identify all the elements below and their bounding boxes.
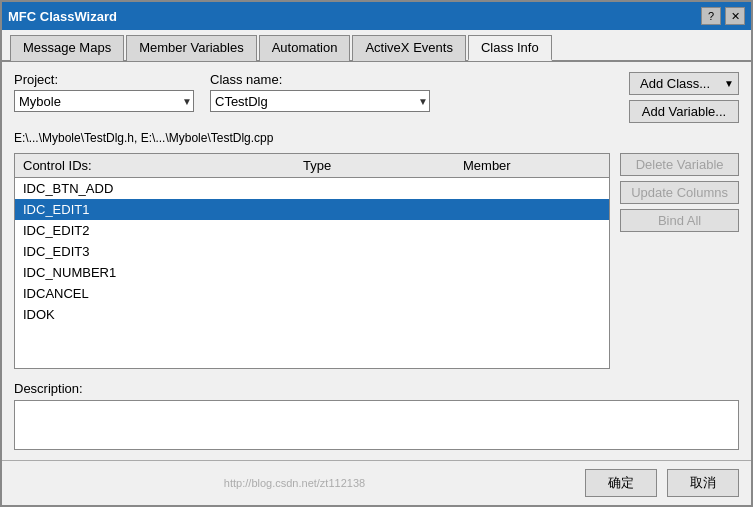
td-member: [455, 284, 609, 303]
watermark: http://blog.csdn.net/zt112138: [14, 477, 575, 489]
table-row[interactable]: IDC_EDIT2: [15, 220, 609, 241]
form-row: Project: Mybole ▼ Class name: CTestDlg ▼: [14, 72, 739, 123]
classname-combo-wrapper: CTestDlg ▼: [210, 90, 430, 112]
add-variable-button[interactable]: Add Variable...: [629, 100, 739, 123]
description-box: [14, 400, 739, 450]
add-class-button[interactable]: Add Class... ▼: [629, 72, 739, 95]
file-path: E:\...\Mybole\TestDlg.h, E:\...\Mybole\T…: [14, 131, 739, 145]
delete-variable-button[interactable]: Delete Variable: [620, 153, 739, 176]
classname-field-group: Class name: CTestDlg ▼: [210, 72, 430, 112]
buttons-column: Add Class... ▼ Add Variable...: [629, 72, 739, 123]
table-body: IDC_BTN_ADD IDC_EDIT1 IDC_EDIT2 IDC_EDIT…: [15, 178, 609, 368]
tab-message-maps[interactable]: Message Maps: [10, 35, 124, 61]
td-member: [455, 179, 609, 198]
bind-all-button[interactable]: Bind All: [620, 209, 739, 232]
th-type: Type: [295, 156, 455, 175]
table-header: Control IDs: Type Member: [15, 154, 609, 178]
td-type: [295, 200, 455, 219]
td-controlid: IDCANCEL: [15, 284, 295, 303]
tab-bar: Message Maps Member Variables Automation…: [2, 30, 751, 62]
tab-class-info[interactable]: Class Info: [468, 35, 552, 61]
classname-label: Class name:: [210, 72, 430, 87]
ok-button[interactable]: 确定: [585, 469, 657, 497]
close-button[interactable]: ✕: [725, 7, 745, 25]
tab-activex-events[interactable]: ActiveX Events: [352, 35, 465, 61]
table-row[interactable]: IDCANCEL: [15, 283, 609, 304]
td-type: [295, 263, 455, 282]
td-type: [295, 242, 455, 261]
title-bar: MFC ClassWizard ? ✕: [2, 2, 751, 30]
tab-automation[interactable]: Automation: [259, 35, 351, 61]
table-row[interactable]: IDOK: [15, 304, 609, 325]
add-class-arrow: ▼: [724, 78, 734, 89]
td-type: [295, 284, 455, 303]
td-controlid: IDC_EDIT1: [15, 200, 295, 219]
project-field-group: Project: Mybole ▼: [14, 72, 194, 112]
table-area: Control IDs: Type Member IDC_BTN_ADD IDC…: [14, 153, 739, 377]
project-select[interactable]: Mybole: [14, 90, 194, 112]
description-label: Description:: [14, 381, 739, 396]
td-controlid: IDC_EDIT3: [15, 242, 295, 261]
title-controls: ? ✕: [701, 7, 745, 25]
project-combo-wrapper: Mybole ▼: [14, 90, 194, 112]
td-member: [455, 263, 609, 282]
table-row[interactable]: IDC_EDIT1: [15, 199, 609, 220]
description-section: Description:: [14, 381, 739, 450]
table-row[interactable]: IDC_EDIT3: [15, 241, 609, 262]
main-window: MFC ClassWizard ? ✕ Message Maps Member …: [0, 0, 753, 507]
help-button[interactable]: ?: [701, 7, 721, 25]
update-columns-button[interactable]: Update Columns: [620, 181, 739, 204]
project-label: Project:: [14, 72, 194, 87]
tab-member-variables[interactable]: Member Variables: [126, 35, 257, 61]
td-controlid: IDOK: [15, 305, 295, 324]
table-row[interactable]: IDC_BTN_ADD: [15, 178, 609, 199]
td-type: [295, 179, 455, 198]
add-class-label: Add Class...: [640, 76, 710, 91]
table-row[interactable]: IDC_NUMBER1: [15, 262, 609, 283]
td-type: [295, 221, 455, 240]
th-member: Member: [455, 156, 609, 175]
td-controlid: IDC_EDIT2: [15, 221, 295, 240]
td-member: [455, 305, 609, 324]
footer: http://blog.csdn.net/zt112138 确定 取消: [2, 460, 751, 505]
td-member: [455, 221, 609, 240]
td-type: [295, 305, 455, 324]
content-area: Project: Mybole ▼ Class name: CTestDlg ▼: [2, 62, 751, 460]
classname-select[interactable]: CTestDlg: [210, 90, 430, 112]
cancel-button[interactable]: 取消: [667, 469, 739, 497]
th-controlid: Control IDs:: [15, 156, 295, 175]
td-member: [455, 200, 609, 219]
window-title: MFC ClassWizard: [8, 9, 117, 24]
td-member: [455, 242, 609, 261]
td-controlid: IDC_BTN_ADD: [15, 179, 295, 198]
td-controlid: IDC_NUMBER1: [15, 263, 295, 282]
control-table: Control IDs: Type Member IDC_BTN_ADD IDC…: [14, 153, 610, 369]
right-buttons: Delete Variable Update Columns Bind All: [620, 153, 739, 377]
